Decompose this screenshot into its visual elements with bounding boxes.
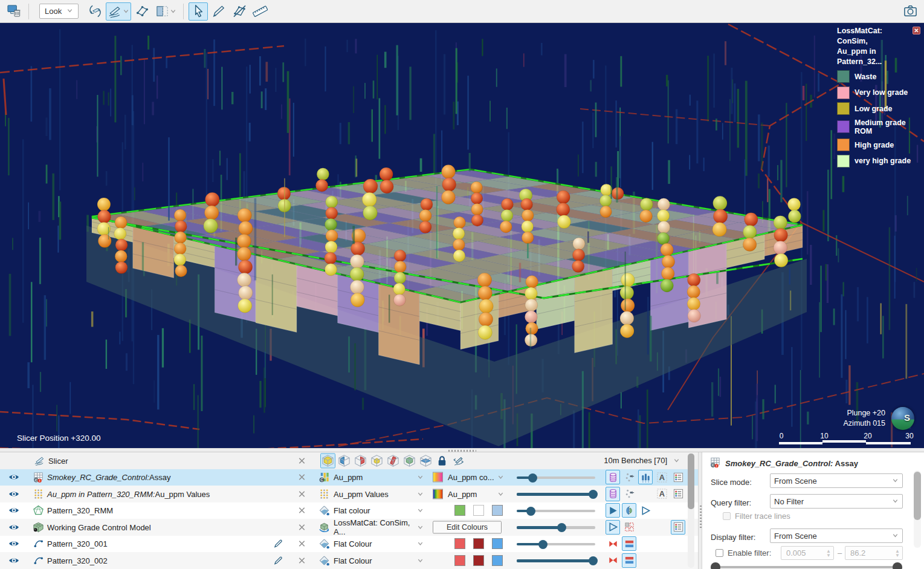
colour-ramp-dropdown[interactable]: Au_ppm co... <box>433 472 494 483</box>
points-filter-icon[interactable] <box>622 470 636 484</box>
display-mode-dropdown[interactable]: Flat Colour <box>334 539 413 548</box>
opacity-slider-knob[interactable] <box>589 556 598 565</box>
query-filter-select[interactable]: No Filter <box>770 494 903 509</box>
shape-list-row[interactable]: Pattern_320_002 Flat Colour <box>0 552 698 569</box>
slicer-off-icon[interactable] <box>451 453 466 468</box>
colour-swatch[interactable] <box>473 505 484 516</box>
moving-plane-icon[interactable] <box>132 2 152 21</box>
display-filter-select[interactable]: From Scene <box>770 528 903 543</box>
points-filter-icon[interactable] <box>622 487 636 501</box>
opacity-slider[interactable] <box>517 519 595 536</box>
visibility-eye-icon[interactable] <box>8 521 20 533</box>
box-half-blue-icon[interactable] <box>337 453 352 468</box>
box-small-yellow-icon[interactable] <box>369 453 384 468</box>
box-full-icon[interactable] <box>320 453 335 468</box>
draw-polygon-icon[interactable] <box>230 2 249 21</box>
colour-swatch[interactable] <box>454 538 465 549</box>
display-mode-dropdown[interactable]: Au_ppm Values <box>334 489 413 498</box>
flip-disc-icon[interactable] <box>622 503 636 518</box>
colour-swatch[interactable] <box>454 505 465 516</box>
edit-colours-button[interactable]: Edit Colours <box>433 521 502 533</box>
remove-icon[interactable] <box>297 473 306 482</box>
opacity-slider-knob[interactable] <box>557 523 566 532</box>
edit-pencil-icon[interactable] <box>273 555 283 565</box>
display-mode-dropdown[interactable]: Au_ppm <box>334 473 413 482</box>
slicer-tool-icon[interactable] <box>106 2 131 21</box>
triangle-outline-icon[interactable] <box>606 520 620 535</box>
opacity-slider-knob[interactable] <box>589 490 598 499</box>
visibility-eye-icon[interactable] <box>8 538 20 550</box>
visibility-eye-icon[interactable] <box>8 554 20 567</box>
remove-icon[interactable] <box>297 489 306 498</box>
opacity-slider[interactable] <box>517 552 595 569</box>
bowtie-icon[interactable] <box>606 536 620 551</box>
text-format-icon[interactable]: A <box>654 487 669 501</box>
tube-icon[interactable] <box>606 470 620 484</box>
shape-list-row[interactable]: Pattern_320_001 Flat Colour <box>0 536 698 553</box>
vertical-splitter[interactable] <box>698 452 702 569</box>
legend-list-icon[interactable] <box>671 487 685 501</box>
draw-line-icon[interactable] <box>209 2 228 21</box>
slicer-row[interactable]: Slicer 10m Benches [70] <box>0 452 698 469</box>
edit-pencil-icon[interactable] <box>273 539 283 549</box>
box-green-icon[interactable] <box>402 453 417 468</box>
colour-swatch[interactable] <box>492 505 503 516</box>
shape-list-row[interactable]: Pattern_320_RMM Flat colour <box>0 502 698 519</box>
stack-lines-icon[interactable] <box>622 536 636 551</box>
slice-view-icon[interactable] <box>153 2 178 21</box>
colour-swatch[interactable] <box>454 555 465 566</box>
legend-list-icon[interactable] <box>671 520 685 535</box>
benches-dropdown[interactable]: 10m Benches [70] <box>604 452 680 469</box>
legend-list-icon[interactable] <box>671 470 685 484</box>
colour-swatch[interactable] <box>492 538 503 549</box>
triangle-filled-icon[interactable] <box>606 503 620 518</box>
shape-list-scrollbar[interactable] <box>688 454 694 568</box>
box-right-red-icon[interactable] <box>353 453 368 468</box>
visibility-eye-icon[interactable] <box>8 488 20 500</box>
compass-ball[interactable]: S <box>891 407 914 430</box>
plane-red-icon[interactable] <box>386 453 401 468</box>
display-mode-dropdown[interactable]: LossMatCat: ConSim, A... <box>334 518 413 536</box>
dashed-grid-icon[interactable] <box>622 520 636 535</box>
visibility-eye-icon[interactable] <box>8 471 20 483</box>
look-dropdown[interactable]: Look <box>39 4 79 19</box>
opacity-slider-knob[interactable] <box>528 473 537 483</box>
columns-icon[interactable] <box>638 470 653 484</box>
range-handle-max[interactable] <box>893 562 902 569</box>
remove-icon[interactable] <box>297 539 306 548</box>
filter-range-slider[interactable] <box>711 562 902 569</box>
close-icon[interactable]: ✕ <box>913 27 920 34</box>
visibility-eye-icon[interactable] <box>8 504 20 516</box>
lock-icon[interactable] <box>435 453 450 468</box>
opacity-slider-knob[interactable] <box>538 540 548 549</box>
opacity-slider[interactable] <box>517 469 595 486</box>
opacity-slider-knob[interactable] <box>526 507 535 516</box>
slice-mode-select[interactable]: From Scene <box>770 473 903 488</box>
remove-icon[interactable] <box>297 506 306 515</box>
colour-swatch[interactable] <box>492 555 503 566</box>
clear-scene-icon[interactable] <box>4 2 24 21</box>
enable-filter-checkbox[interactable] <box>716 549 723 557</box>
remove-icon[interactable] <box>297 456 306 465</box>
filter-min-input[interactable]: 0.005 ▲▼ <box>781 546 834 560</box>
stack-lines-icon[interactable] <box>622 553 636 568</box>
properties-scrollbar[interactable] <box>914 470 921 548</box>
colour-ramp-dropdown[interactable]: Au_ppm <box>433 489 477 499</box>
display-mode-dropdown[interactable]: Flat Colour <box>334 556 413 565</box>
colour-swatch[interactable] <box>473 538 484 549</box>
remove-icon[interactable] <box>297 556 306 565</box>
3d-scene-viewport[interactable]: LossMatCat: ConSim, Au_ppm in Pattern_32… <box>0 23 924 448</box>
display-mode-dropdown[interactable]: Flat colour <box>334 506 413 515</box>
horizontal-splitter[interactable] <box>0 448 924 452</box>
remove-icon[interactable] <box>297 522 306 532</box>
bowtie-icon[interactable] <box>606 553 620 568</box>
text-format-icon[interactable]: A <box>654 470 669 484</box>
opacity-slider[interactable] <box>517 502 595 519</box>
select-arrow-icon[interactable] <box>189 2 208 21</box>
opacity-slider[interactable] <box>517 486 595 502</box>
shape-list-row[interactable]: Working Grade Control Model LossMatCat: … <box>0 519 698 536</box>
opacity-slider[interactable] <box>517 536 595 553</box>
camera-icon[interactable] <box>900 2 920 21</box>
plane-blue-icon[interactable] <box>418 453 433 468</box>
3d-scene[interactable] <box>0 23 924 448</box>
